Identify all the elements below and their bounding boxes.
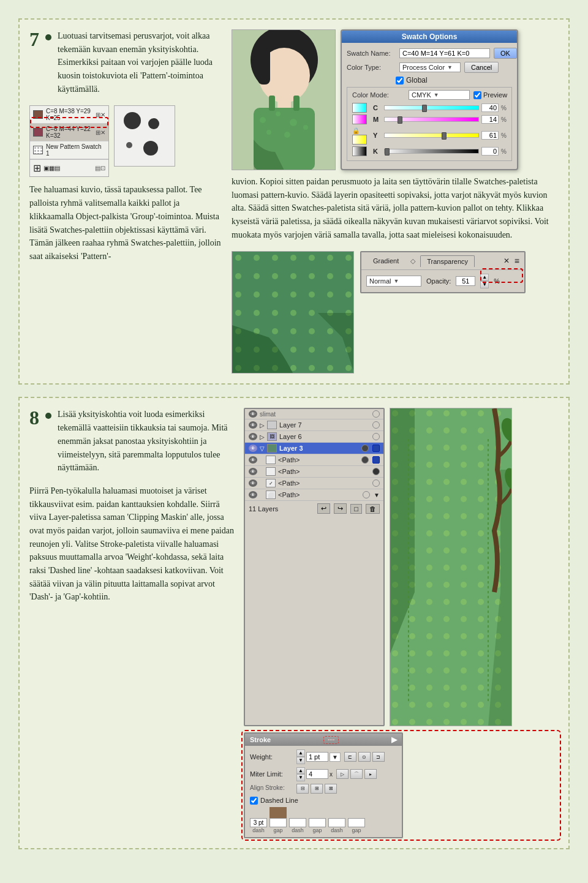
opacity-stepper: ▲ ▼ [480, 274, 489, 288]
circle-path4 [363, 491, 370, 498]
dash3-input[interactable] [328, 818, 345, 827]
cap-butt-icon[interactable]: ⊏ [344, 752, 356, 762]
layers-btn1[interactable]: ↩ [317, 503, 330, 514]
layers-row-7[interactable]: 👁 ▷ Layer 7 [245, 419, 383, 431]
k-slider[interactable] [384, 149, 479, 154]
stroke-menu-icon[interactable]: ▶ [391, 735, 397, 744]
swatch-trash-icon[interactable]: ▤⊡ [95, 165, 105, 171]
layers-row-path2[interactable]: 👁 <Path> [245, 466, 383, 478]
diamond-icon: ◇ [410, 257, 415, 265]
layers-row-path4[interactable]: 👁 ⬜ <Path> ▼ [245, 489, 383, 501]
bottom-panels-row: Gradient ◇ Transparency ✕ ≡ Normal ▼ Opa… [232, 251, 559, 374]
global-checkbox[interactable] [396, 77, 404, 85]
svg-point-14 [284, 132, 290, 138]
layers-row-path1[interactable]: 👁 <Path> [245, 454, 383, 466]
dash1-input[interactable] [250, 818, 267, 827]
layer-name-6: Layer 6 [279, 433, 370, 440]
color-mode-dropdown[interactable]: CMYK ▼ [409, 90, 470, 100]
weight-input[interactable] [306, 752, 328, 762]
gap1-input[interactable] [270, 818, 287, 827]
preview-checkbox[interactable] [473, 91, 481, 99]
dashed-checkbox[interactable] [250, 797, 258, 805]
stroke-title-callout: ···· [323, 736, 339, 744]
eye-icon-path3: 👁 [249, 479, 257, 487]
m-slider-thumb [398, 116, 402, 124]
weight-up-btn[interactable]: ▲ [296, 750, 305, 757]
layer-thumb-path3: ✓ [266, 479, 276, 487]
layers-btn4[interactable]: 🗑 [366, 504, 380, 514]
svg-rect-16 [269, 96, 275, 111]
swatch-new-icon[interactable]: ⊞ [33, 162, 41, 174]
gap2-input[interactable] [309, 818, 326, 827]
m-slider[interactable] [384, 117, 479, 122]
layers-panel: 👁 slimat 👁 ▷ Layer 7 [244, 408, 385, 726]
y-slider[interactable] [384, 133, 479, 138]
k-value-input[interactable] [481, 147, 499, 156]
layers-row-slimat[interactable]: 👁 slimat [245, 409, 383, 419]
circle-3 [361, 445, 369, 452]
join-miter-icon[interactable]: ▷ [336, 769, 349, 779]
swatch-row2[interactable]: C=8 M=44 Y=22 K=32 ⊞✕ [30, 124, 108, 141]
align-outside-icon[interactable]: ⊠ [325, 784, 337, 794]
transparency-tab[interactable]: Transparency [420, 255, 475, 267]
step8-bullet-wrap [45, 411, 55, 421]
ok-button[interactable]: OK [494, 48, 517, 59]
gap1-bar [270, 807, 287, 818]
miter-up-btn[interactable]: ▲ [296, 767, 305, 775]
gradient-tab[interactable]: Gradient [366, 255, 405, 267]
layers-row: 👁 slimat 👁 ▷ Layer 7 [244, 408, 559, 726]
layers-row-6[interactable]: 👁 ▷ 🖼 Layer 6 [245, 431, 383, 443]
section2-text: 8 Lisää yksityiskohtia voit luoda esimer… [29, 408, 238, 838]
layer-thumb-6: 🖼 [267, 432, 277, 441]
gap1-label: gap [273, 827, 282, 833]
layers-row-3[interactable]: 👁 ▽ Layer 3 [245, 443, 383, 454]
m-value-input[interactable] [481, 115, 499, 124]
dash2-input[interactable] [289, 818, 306, 827]
opacity-down-button[interactable]: ▼ [480, 281, 489, 288]
opacity-input[interactable] [456, 276, 475, 286]
miter-down-btn[interactable]: ▼ [296, 774, 305, 781]
cancel-button[interactable]: Cancel [464, 62, 499, 73]
svg-point-13 [266, 130, 271, 135]
y-value-input[interactable] [481, 131, 499, 140]
panel-menu-icon[interactable]: ≡ [514, 256, 519, 266]
cap-square-icon[interactable]: ⊐ [372, 752, 385, 762]
close-icon[interactable]: ✕ [503, 257, 510, 265]
page-wrapper: 7 Luotuasi tarvitsemasi perusvarjot, voi… [0, 0, 588, 883]
cap-round-icon[interactable]: ⊙ [358, 752, 371, 762]
swatch-row3[interactable]: New Pattern Swatch 1 [30, 141, 108, 159]
opacity-up-button[interactable]: ▲ [480, 274, 489, 281]
step8-number: 8 [29, 408, 39, 427]
svg-rect-17 [293, 96, 300, 111]
gap3-input[interactable] [348, 818, 365, 827]
miter-row: Miter Limit: ▲ ▼ x [250, 767, 397, 781]
layers-btn3[interactable]: □ [350, 504, 362, 514]
svg-point-15 [303, 125, 308, 130]
color-type-dropdown[interactable]: Process Color ▼ [399, 62, 461, 72]
blend-mode-select[interactable]: Normal ▼ [366, 276, 421, 287]
gap2-col: gap [309, 818, 326, 833]
swatch-row1[interactable]: C=8 M=38 Y=29 K=25 ⊞✕ [30, 106, 108, 124]
layers-bottom: 11 Layers ↩ ↪ □ 🗑 [245, 501, 383, 516]
swatch-name-input[interactable] [399, 48, 490, 58]
join-round-icon[interactable]: ⌒ [350, 769, 363, 779]
align-center-icon[interactable]: ⊟ [296, 784, 309, 794]
align-inside-icon[interactable]: ⊞ [311, 784, 323, 794]
join-bevel-icon[interactable]: ▸ [364, 769, 377, 779]
miter-input-wrap: ▲ ▼ x [296, 767, 333, 781]
layers-row-path3[interactable]: 👁 ✓ <Path> [245, 478, 383, 489]
c-value-input[interactable] [481, 103, 499, 112]
layers-btn2[interactable]: ↪ [334, 503, 347, 514]
layer-thumb-7 [267, 421, 277, 429]
swatch-options-dialog: Swatch Options Swatch Name: OK Color Typ… [341, 29, 518, 170]
step7-number: 7 [29, 29, 39, 49]
weight-unit[interactable]: ▼ [330, 753, 341, 762]
c-slider[interactable] [384, 105, 479, 110]
weight-label: Weight: [250, 753, 293, 761]
miter-input[interactable] [306, 769, 328, 779]
layer-thumb-path1 [266, 456, 276, 464]
c-slider-thumb [422, 105, 427, 112]
step7-header: 7 Luotuasi tarvitsemasi perusvarjot, voi… [29, 29, 225, 100]
weight-down-btn[interactable]: ▼ [296, 757, 305, 764]
swatch-name1: C=8 M=38 Y=29 K=25 [46, 108, 92, 121]
